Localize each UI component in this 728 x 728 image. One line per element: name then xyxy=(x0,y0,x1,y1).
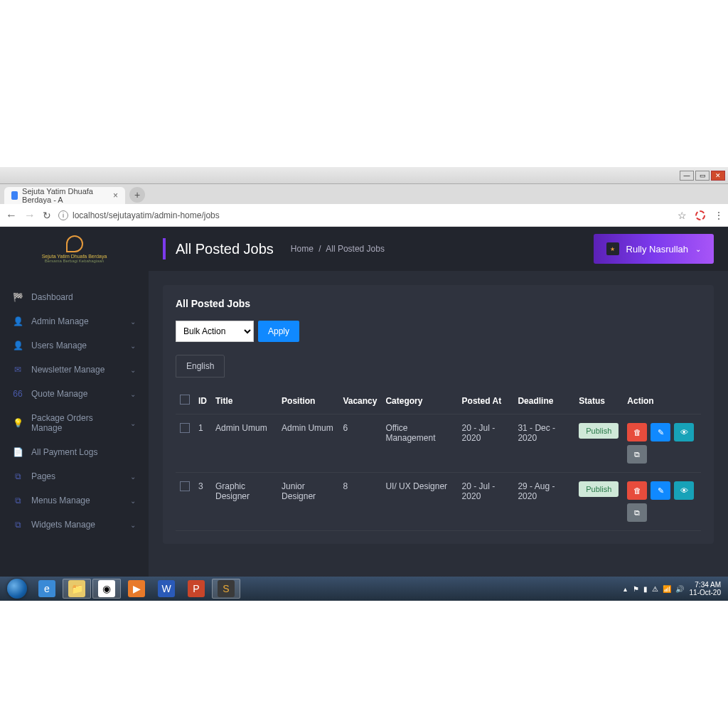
clone-button[interactable]: ⧉ xyxy=(627,445,647,464)
sidebar-item-newsletter-manage[interactable]: ✉ Newsletter Manage ⌄ xyxy=(0,358,149,382)
col-action: Action xyxy=(623,387,701,414)
nav-label: Newsletter Manage xyxy=(31,365,122,375)
logo-text: Sejuta Yatim Dhuafa Berdaya xyxy=(42,254,107,259)
nav-label: Dashboard xyxy=(31,292,136,302)
delete-button[interactable]: 🗑 xyxy=(627,423,647,441)
sidebar-item-package-orders-manage[interactable]: 💡 Package Orders Manage ⌄ xyxy=(0,406,149,440)
cell-deadline: 31 - Dec - 2020 xyxy=(513,414,574,473)
sidebar-item-admin-manage[interactable]: 👤 Admin Manage ⌄ xyxy=(0,309,149,333)
taskbar-media[interactable]: ▶ xyxy=(122,579,151,599)
delete-button[interactable]: 🗑 xyxy=(627,481,647,500)
clock[interactable]: 7:34 AM 11-Oct-20 xyxy=(690,581,721,596)
panel-title: All Posted Jobs xyxy=(176,298,701,309)
taskbar-explorer[interactable]: 📁 xyxy=(63,579,91,599)
sidebar-item-widgets-manage[interactable]: ⧉ Widgets Manage ⌄ xyxy=(0,513,149,537)
network-icon[interactable]: ⚠ xyxy=(652,585,658,593)
logo[interactable]: Sejuta Yatim Dhuafa Berdaya Bersama Berb… xyxy=(0,227,149,271)
taskbar-word[interactable]: W xyxy=(152,579,181,599)
edit-button[interactable]: ✎ xyxy=(651,423,670,441)
file-icon: 📄 xyxy=(13,447,23,457)
taskbar-sublime[interactable]: S xyxy=(212,579,240,599)
reload-button[interactable]: ↻ xyxy=(43,210,51,221)
user-icon: 👤 xyxy=(13,341,23,350)
site-info-icon[interactable]: i xyxy=(58,210,68,220)
row-actions: 🗑 ✎ 👁 ⧉ xyxy=(627,481,697,522)
status-badge: Publish xyxy=(579,423,619,439)
logo-icon xyxy=(66,235,83,252)
sidebar-item-quote-manage[interactable]: 66 Quote Manage ⌄ xyxy=(0,382,149,406)
sidebar-item-menus-manage[interactable]: ⧉ Menus Manage ⌄ xyxy=(0,488,149,513)
clock-date: 11-Oct-20 xyxy=(690,589,721,596)
edit-button[interactable]: ✎ xyxy=(651,481,670,500)
back-button[interactable]: ← xyxy=(6,209,17,222)
sidebar-item-users-manage[interactable]: 👤 Users Manage ⌄ xyxy=(0,333,149,358)
url-text: localhost/sejutayatim/admin-home/jobs xyxy=(73,210,220,220)
select-all-checkbox[interactable] xyxy=(180,395,190,405)
row-checkbox[interactable] xyxy=(180,423,190,433)
cell-id: 3 xyxy=(194,473,211,531)
cell-posted: 20 - Jul - 2020 xyxy=(458,414,514,473)
clone-button[interactable]: ⧉ xyxy=(627,503,647,522)
main-area: All Posted Jobs Home / All Posted Jobs ★… xyxy=(149,227,728,577)
view-button[interactable]: 👁 xyxy=(674,481,694,500)
browser-tab[interactable]: Sejuta Yatim Dhuafa Berdaya - A × xyxy=(4,187,125,204)
bookmark-icon[interactable]: ☆ xyxy=(678,210,687,221)
panel: All Posted Jobs Bulk Action Apply Englis… xyxy=(163,285,714,544)
bulk-action-row: Bulk Action Apply xyxy=(176,321,701,342)
view-button[interactable]: 👁 xyxy=(674,423,694,441)
cell-position: Admin Umum xyxy=(277,414,338,473)
system-tray: ▴ ⚑ ▮ ⚠ 📶 🔊 7:34 AM 11-Oct-20 xyxy=(623,581,725,596)
bulb-icon: 💡 xyxy=(13,418,23,428)
cell-category: Office Management xyxy=(381,414,457,473)
chevron-down-icon: ⌄ xyxy=(130,473,136,481)
maximize-button[interactable]: ▭ xyxy=(695,171,710,181)
extension-icon[interactable] xyxy=(695,210,705,220)
cell-position: Junior Designer xyxy=(277,473,338,531)
tab-close-icon[interactable]: × xyxy=(113,191,118,200)
cell-category: UI/ UX Designer xyxy=(381,473,457,531)
tray-expand-icon[interactable]: ▴ xyxy=(623,585,627,593)
col-deadline: Deadline xyxy=(513,387,574,414)
nav-label: Menus Manage xyxy=(31,496,122,505)
tab-english[interactable]: English xyxy=(176,355,225,378)
blank-area-bottom xyxy=(0,601,728,728)
sidebar-item-dashboard[interactable]: 🏁 Dashboard xyxy=(0,285,149,309)
quote-icon: 66 xyxy=(13,389,23,399)
favicon-icon xyxy=(11,191,18,200)
row-checkbox[interactable] xyxy=(180,481,190,491)
taskbar-powerpoint[interactable]: P xyxy=(182,579,210,599)
forward-button[interactable]: → xyxy=(24,209,36,222)
signal-icon[interactable]: 📶 xyxy=(663,585,671,593)
breadcrumb: Home / All Posted Jobs xyxy=(291,244,385,254)
url-field[interactable]: i localhost/sejutayatim/admin-home/jobs xyxy=(58,210,670,220)
chevron-down-icon: ⌄ xyxy=(130,521,136,529)
taskbar: e 📁 ◉ ▶ W P S ▴ ⚑ ▮ ⚠ 📶 🔊 7:34 AM 11-Oct… xyxy=(0,577,728,601)
volume-icon[interactable]: 🔊 xyxy=(675,585,684,593)
close-button[interactable]: ✕ xyxy=(711,171,725,181)
cell-id: 1 xyxy=(194,414,211,473)
sidebar-item-all-payment-logs[interactable]: 📄 All Payment Logs xyxy=(0,440,149,464)
flag-icon[interactable]: ⚑ xyxy=(633,585,639,593)
nav-label: Users Manage xyxy=(31,341,122,350)
apply-button[interactable]: Apply xyxy=(258,321,299,342)
user-menu[interactable]: ★ Rully Nasrullah ⌄ xyxy=(594,234,714,264)
minimize-button[interactable]: — xyxy=(680,171,694,181)
bulk-action-select[interactable]: Bulk Action xyxy=(176,321,254,342)
start-button[interactable] xyxy=(3,579,31,599)
page-title: All Posted Jobs xyxy=(176,241,274,257)
accent-bar xyxy=(163,238,166,259)
app-root: Sejuta Yatim Dhuafa Berdaya Bersama Berb… xyxy=(0,227,728,577)
cell-posted: 20 - Jul - 2020 xyxy=(458,473,514,531)
window-titlebar: — ▭ ✕ xyxy=(0,167,728,184)
nav-label: All Payment Logs xyxy=(31,447,136,457)
taskbar-chrome[interactable]: ◉ xyxy=(92,579,121,599)
breadcrumb-home[interactable]: Home xyxy=(291,244,314,254)
sidebar-item-pages[interactable]: ⧉ Pages ⌄ xyxy=(0,464,149,488)
blank-area xyxy=(0,0,728,167)
battery-icon[interactable]: ▮ xyxy=(643,585,648,593)
taskbar-ie[interactable]: e xyxy=(33,579,61,599)
nav-label: Pages xyxy=(31,471,122,481)
new-tab-button[interactable]: + xyxy=(129,187,145,203)
nav-label: Widgets Manage xyxy=(31,520,122,530)
menu-icon[interactable]: ⋮ xyxy=(714,210,722,221)
